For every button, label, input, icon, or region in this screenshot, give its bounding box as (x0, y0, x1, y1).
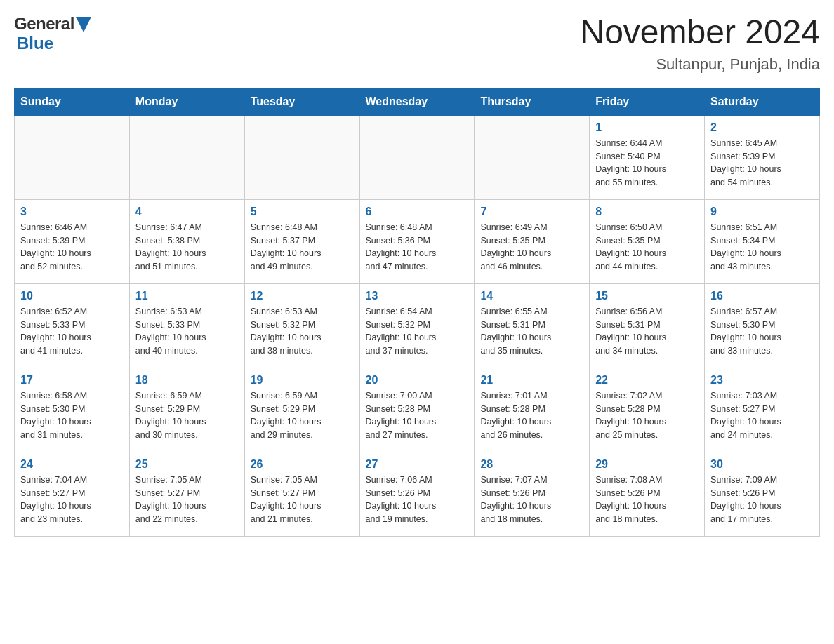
day-header-sunday: Sunday (15, 88, 130, 115)
day-sun-info: Sunrise: 6:46 AMSunset: 5:39 PMDaylight:… (20, 221, 124, 274)
calendar-title-area: November 2024 Sultanpur, Punjab, India (580, 14, 820, 74)
day-sun-info: Sunrise: 7:08 AMSunset: 5:26 PMDaylight:… (595, 474, 699, 526)
day-number: 12 (251, 290, 354, 302)
calendar-cell (475, 115, 590, 199)
day-number: 22 (595, 374, 699, 387)
day-number: 25 (135, 458, 239, 471)
day-sun-info: Sunrise: 6:59 AMSunset: 5:29 PMDaylight:… (135, 389, 239, 442)
day-sun-info: Sunrise: 6:55 AMSunset: 5:31 PMDaylight:… (480, 305, 583, 358)
day-sun-info: Sunrise: 7:01 AMSunset: 5:28 PMDaylight:… (480, 389, 583, 442)
calendar-cell: 13Sunrise: 6:54 AMSunset: 5:32 PMDayligh… (359, 283, 475, 368)
day-number: 7 (480, 206, 583, 218)
day-sun-info: Sunrise: 6:45 AMSunset: 5:39 PMDaylight:… (710, 137, 814, 189)
day-sun-info: Sunrise: 6:54 AMSunset: 5:32 PMDaylight:… (366, 305, 469, 358)
calendar-week-row: 24Sunrise: 7:04 AMSunset: 5:27 PMDayligh… (15, 452, 820, 536)
calendar-cell (15, 115, 130, 199)
day-number: 16 (710, 290, 814, 302)
day-header-friday: Friday (590, 88, 705, 115)
logo-triangle-icon (76, 17, 91, 32)
day-number: 27 (366, 458, 469, 471)
location-subtitle: Sultanpur, Punjab, India (580, 55, 820, 74)
calendar-cell: 15Sunrise: 6:56 AMSunset: 5:31 PMDayligh… (590, 283, 705, 368)
day-number: 11 (135, 290, 239, 302)
day-sun-info: Sunrise: 6:44 AMSunset: 5:40 PMDaylight:… (595, 137, 699, 189)
day-number: 23 (710, 374, 814, 387)
calendar-cell (359, 115, 475, 199)
day-number: 24 (20, 458, 124, 471)
calendar-cell: 12Sunrise: 6:53 AMSunset: 5:32 PMDayligh… (244, 283, 359, 368)
page-header: General Blue November 2024 Sultanpur, Pu… (14, 14, 820, 74)
day-sun-info: Sunrise: 6:53 AMSunset: 5:33 PMDaylight:… (135, 305, 239, 358)
day-header-thursday: Thursday (475, 88, 590, 115)
day-sun-info: Sunrise: 7:03 AMSunset: 5:27 PMDaylight:… (710, 389, 814, 442)
month-title: November 2024 (580, 14, 820, 51)
day-number: 6 (366, 206, 469, 218)
day-number: 13 (366, 290, 469, 302)
day-sun-info: Sunrise: 7:02 AMSunset: 5:28 PMDaylight:… (595, 389, 699, 442)
calendar-week-row: 10Sunrise: 6:52 AMSunset: 5:33 PMDayligh… (15, 283, 820, 368)
calendar-week-row: 1Sunrise: 6:44 AMSunset: 5:40 PMDaylight… (15, 115, 820, 199)
day-number: 20 (366, 374, 469, 387)
logo-blue-text: Blue (17, 34, 53, 53)
day-sun-info: Sunrise: 6:48 AMSunset: 5:36 PMDaylight:… (366, 221, 469, 274)
calendar-cell: 5Sunrise: 6:48 AMSunset: 5:37 PMDaylight… (244, 199, 359, 283)
day-number: 28 (480, 458, 583, 471)
day-header-wednesday: Wednesday (359, 88, 475, 115)
calendar-cell (244, 115, 359, 199)
day-number: 1 (595, 121, 699, 134)
day-sun-info: Sunrise: 6:53 AMSunset: 5:32 PMDaylight:… (251, 305, 354, 358)
day-number: 2 (710, 121, 814, 134)
calendar-cell: 17Sunrise: 6:58 AMSunset: 5:30 PMDayligh… (15, 368, 130, 452)
calendar-cell: 10Sunrise: 6:52 AMSunset: 5:33 PMDayligh… (15, 283, 130, 368)
day-sun-info: Sunrise: 7:04 AMSunset: 5:27 PMDaylight:… (20, 474, 124, 526)
day-sun-info: Sunrise: 6:59 AMSunset: 5:29 PMDaylight:… (251, 389, 354, 442)
day-number: 8 (595, 206, 699, 218)
calendar-cell: 23Sunrise: 7:03 AMSunset: 5:27 PMDayligh… (705, 368, 820, 452)
calendar-cell: 26Sunrise: 7:05 AMSunset: 5:27 PMDayligh… (244, 452, 359, 536)
day-number: 30 (710, 458, 814, 471)
calendar-cell: 25Sunrise: 7:05 AMSunset: 5:27 PMDayligh… (129, 452, 244, 536)
day-sun-info: Sunrise: 6:51 AMSunset: 5:34 PMDaylight:… (710, 221, 814, 274)
calendar-cell: 7Sunrise: 6:49 AMSunset: 5:35 PMDaylight… (475, 199, 590, 283)
calendar-cell: 1Sunrise: 6:44 AMSunset: 5:40 PMDaylight… (590, 115, 705, 199)
day-sun-info: Sunrise: 7:00 AMSunset: 5:28 PMDaylight:… (366, 389, 469, 442)
calendar-cell: 20Sunrise: 7:00 AMSunset: 5:28 PMDayligh… (359, 368, 475, 452)
calendar-cell: 30Sunrise: 7:09 AMSunset: 5:26 PMDayligh… (705, 452, 820, 536)
day-number: 5 (251, 206, 354, 218)
calendar-cell: 8Sunrise: 6:50 AMSunset: 5:35 PMDaylight… (590, 199, 705, 283)
calendar-cell: 11Sunrise: 6:53 AMSunset: 5:33 PMDayligh… (129, 283, 244, 368)
day-sun-info: Sunrise: 6:47 AMSunset: 5:38 PMDaylight:… (135, 221, 239, 274)
day-sun-info: Sunrise: 6:57 AMSunset: 5:30 PMDaylight:… (710, 305, 814, 358)
day-number: 3 (20, 206, 124, 218)
day-sun-info: Sunrise: 6:58 AMSunset: 5:30 PMDaylight:… (20, 389, 124, 442)
day-header-saturday: Saturday (705, 88, 820, 115)
day-number: 15 (595, 290, 699, 302)
calendar-cell (129, 115, 244, 199)
calendar-cell: 21Sunrise: 7:01 AMSunset: 5:28 PMDayligh… (475, 368, 590, 452)
day-number: 29 (595, 458, 699, 471)
day-number: 17 (20, 374, 124, 387)
calendar-cell: 28Sunrise: 7:07 AMSunset: 5:26 PMDayligh… (475, 452, 590, 536)
calendar-cell: 6Sunrise: 6:48 AMSunset: 5:36 PMDaylight… (359, 199, 475, 283)
calendar-header-row: SundayMondayTuesdayWednesdayThursdayFrid… (15, 88, 820, 115)
calendar-cell: 4Sunrise: 6:47 AMSunset: 5:38 PMDaylight… (129, 199, 244, 283)
calendar-cell: 29Sunrise: 7:08 AMSunset: 5:26 PMDayligh… (590, 452, 705, 536)
day-sun-info: Sunrise: 7:07 AMSunset: 5:26 PMDaylight:… (480, 474, 583, 526)
day-sun-info: Sunrise: 7:05 AMSunset: 5:27 PMDaylight:… (251, 474, 354, 526)
day-number: 18 (135, 374, 239, 387)
calendar-cell: 22Sunrise: 7:02 AMSunset: 5:28 PMDayligh… (590, 368, 705, 452)
day-number: 10 (20, 290, 124, 302)
logo: General Blue (14, 14, 91, 53)
day-sun-info: Sunrise: 6:56 AMSunset: 5:31 PMDaylight:… (595, 305, 699, 358)
day-sun-info: Sunrise: 6:48 AMSunset: 5:37 PMDaylight:… (251, 221, 354, 274)
calendar-cell: 14Sunrise: 6:55 AMSunset: 5:31 PMDayligh… (475, 283, 590, 368)
day-sun-info: Sunrise: 7:05 AMSunset: 5:27 PMDaylight:… (135, 474, 239, 526)
calendar-week-row: 17Sunrise: 6:58 AMSunset: 5:30 PMDayligh… (15, 368, 820, 452)
day-header-monday: Monday (129, 88, 244, 115)
day-sun-info: Sunrise: 6:49 AMSunset: 5:35 PMDaylight:… (480, 221, 583, 274)
day-sun-info: Sunrise: 7:06 AMSunset: 5:26 PMDaylight:… (366, 474, 469, 526)
day-number: 9 (710, 206, 814, 218)
calendar-week-row: 3Sunrise: 6:46 AMSunset: 5:39 PMDaylight… (15, 199, 820, 283)
calendar-cell: 16Sunrise: 6:57 AMSunset: 5:30 PMDayligh… (705, 283, 820, 368)
calendar-table: SundayMondayTuesdayWednesdayThursdayFrid… (14, 88, 820, 537)
